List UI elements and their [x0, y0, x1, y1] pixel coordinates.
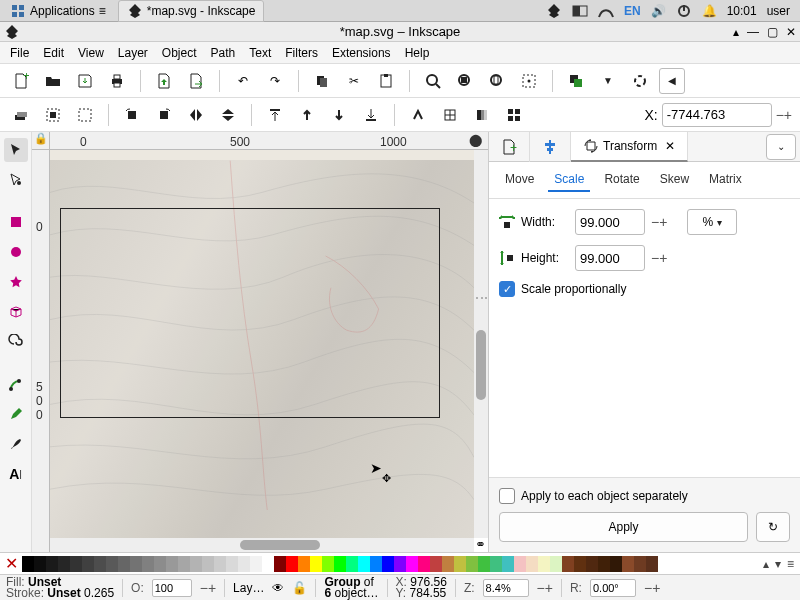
ellipse-tool[interactable] [4, 240, 28, 264]
zoom-sel-button[interactable] [420, 68, 446, 94]
save-button[interactable] [72, 68, 98, 94]
height-input[interactable] [575, 245, 645, 271]
dock-expand-button[interactable]: ⌄ [766, 134, 796, 160]
unlink-button[interactable] [627, 68, 653, 94]
color-swatch[interactable] [406, 556, 418, 572]
panel-grip[interactable]: ⋮ [475, 292, 488, 302]
color-swatch[interactable] [502, 556, 514, 572]
apply-each-checkbox[interactable] [499, 488, 515, 504]
color-swatch[interactable] [466, 556, 478, 572]
rotation-input[interactable] [590, 579, 636, 597]
raise-button[interactable] [294, 102, 320, 128]
color-swatch[interactable] [226, 556, 238, 572]
color-swatch[interactable] [70, 556, 82, 572]
color-swatch[interactable] [550, 556, 562, 572]
stroke-value[interactable]: Unset [47, 586, 80, 600]
power-icon[interactable] [676, 3, 692, 19]
menu-edit[interactable]: Edit [43, 46, 64, 60]
color-swatch[interactable] [478, 556, 490, 572]
dock-tab-transform[interactable]: Transform ✕ [571, 132, 688, 162]
text-tool[interactable]: A| [4, 462, 28, 486]
redo-button[interactable]: ↷ [262, 68, 288, 94]
color-manage-icon[interactable]: ⚭ [475, 537, 486, 552]
color-swatch[interactable] [166, 556, 178, 572]
import-button[interactable] [151, 68, 177, 94]
zoom-draw-button[interactable] [452, 68, 478, 94]
undo-button[interactable]: ↶ [230, 68, 256, 94]
canvas[interactable]: ➤ ✥ [50, 150, 474, 538]
color-swatch[interactable] [238, 556, 250, 572]
color-swatch[interactable] [274, 556, 286, 572]
notifications-icon[interactable]: 🔔 [702, 4, 717, 18]
color-swatch[interactable] [514, 556, 526, 572]
calligraphy-tool[interactable] [4, 432, 28, 456]
vertical-scrollbar[interactable] [474, 150, 488, 538]
tab-scale[interactable]: Scale [548, 168, 590, 192]
color-swatch[interactable] [430, 556, 442, 572]
color-swatch[interactable] [322, 556, 334, 572]
dock-tab-align[interactable] [530, 132, 571, 162]
color-swatch[interactable] [82, 556, 94, 572]
maximize-button[interactable]: ▢ [767, 25, 778, 39]
color-swatch[interactable] [610, 556, 622, 572]
network-icon[interactable] [598, 3, 614, 19]
rotate-ccw-button[interactable] [119, 102, 145, 128]
no-color-swatch[interactable]: ✕ [0, 554, 22, 573]
ruler-lock[interactable]: 🔒 [32, 132, 50, 150]
menu-text[interactable]: Text [249, 46, 271, 60]
menu-view[interactable]: View [78, 46, 104, 60]
rollup-button[interactable]: ▴ [733, 25, 739, 39]
color-swatch[interactable] [286, 556, 298, 572]
paste-button[interactable] [373, 68, 399, 94]
color-swatch[interactable] [358, 556, 370, 572]
color-swatch[interactable] [346, 556, 358, 572]
stroke-width[interactable]: 0.265 [84, 586, 114, 600]
select-all-button[interactable] [40, 102, 66, 128]
clone-dropdown[interactable]: ▼ [595, 68, 621, 94]
color-swatch[interactable] [370, 556, 382, 572]
color-swatch[interactable] [418, 556, 430, 572]
cut-button[interactable]: ✂ [341, 68, 367, 94]
coord-x-spinner[interactable]: −+ [776, 110, 792, 120]
color-swatch[interactable] [334, 556, 346, 572]
export-button[interactable] [183, 68, 209, 94]
zoom-spinner[interactable]: −+ [537, 583, 553, 593]
horizontal-scrollbar[interactable]: ⚭ [50, 538, 474, 552]
color-swatch[interactable] [442, 556, 454, 572]
taskbar-entry-inkscape[interactable]: *map.svg - Inkscape [118, 0, 265, 22]
rotate-cw-button[interactable] [151, 102, 177, 128]
palette-menu-icon[interactable]: ≡ [787, 557, 794, 571]
flip-h-button[interactable] [183, 102, 209, 128]
width-spinner[interactable]: −+ [651, 217, 667, 227]
deselect-button[interactable] [72, 102, 98, 128]
toggle-3-button[interactable] [469, 102, 495, 128]
color-swatch[interactable] [130, 556, 142, 572]
color-swatch[interactable] [94, 556, 106, 572]
palette-scroll-down[interactable]: ▾ [775, 557, 781, 571]
color-swatch[interactable] [490, 556, 502, 572]
new-button[interactable]: + [8, 68, 34, 94]
menu-file[interactable]: File [10, 46, 29, 60]
color-swatch[interactable] [118, 556, 130, 572]
color-swatch[interactable] [190, 556, 202, 572]
toggle-4-button[interactable] [501, 102, 527, 128]
volume-icon[interactable]: 🔊 [651, 4, 666, 18]
star-tool[interactable] [4, 270, 28, 294]
color-swatch[interactable] [250, 556, 262, 572]
layer-label[interactable]: Lay… [233, 581, 264, 595]
height-spinner[interactable]: −+ [651, 253, 667, 263]
bezier-tool[interactable] [4, 372, 28, 396]
color-swatch[interactable] [454, 556, 466, 572]
tab-matrix[interactable]: Matrix [703, 168, 748, 192]
palette-scroll-up[interactable]: ▴ [763, 557, 769, 571]
zoom-center-button[interactable] [516, 68, 542, 94]
vscroll-thumb[interactable] [476, 330, 486, 400]
ruler-vertical[interactable]: 0 5 0 0 [32, 150, 50, 552]
coord-x-input[interactable] [662, 103, 772, 127]
menu-layer[interactable]: Layer [118, 46, 148, 60]
opacity-spinner[interactable]: −+ [200, 583, 216, 593]
pencil-tool[interactable] [4, 402, 28, 426]
color-swatch[interactable] [586, 556, 598, 572]
tab-skew[interactable]: Skew [654, 168, 695, 192]
color-swatch[interactable] [538, 556, 550, 572]
